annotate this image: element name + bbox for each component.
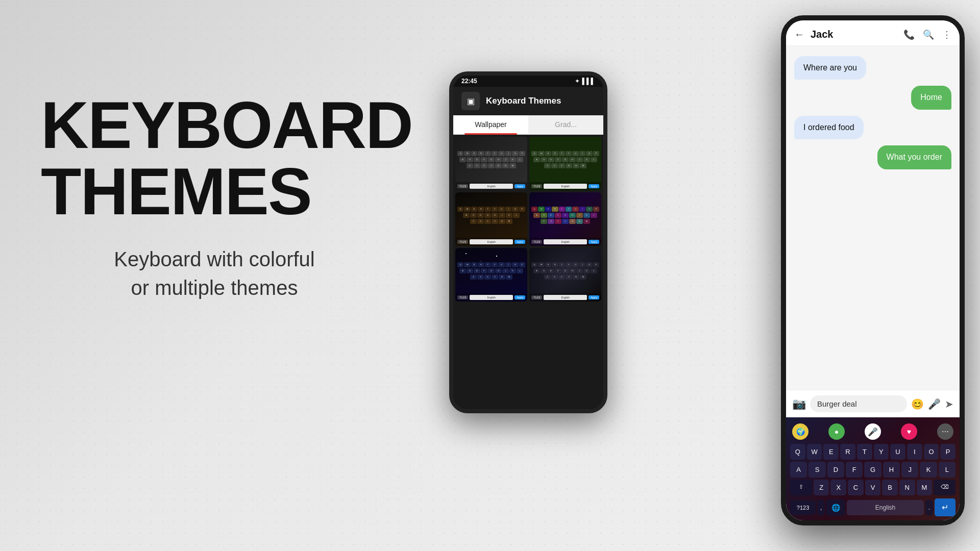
- theme-colorful[interactable]: Q W E R T Y U I O P A: [529, 192, 601, 246]
- key-J[interactable]: J: [901, 462, 918, 478]
- key-X[interactable]: X: [830, 480, 846, 495]
- key-Q[interactable]: Q: [790, 444, 805, 460]
- key-O[interactable]: O: [924, 444, 939, 460]
- keyboard-emoji-btn[interactable]: 🌍: [792, 423, 808, 440]
- chat-header-icons: 📞 🔍 ⋮: [903, 29, 951, 40]
- theme-space[interactable]: Q W E R T Y U I O P A: [455, 248, 527, 302]
- chat-messages: Where are you Home I ordered food What y…: [786, 46, 960, 390]
- title-line2: THEMES: [41, 158, 388, 224]
- back-button[interactable]: ←: [794, 29, 804, 40]
- message-received-1: Where are you: [794, 56, 866, 80]
- message-input-text: Burger deal: [817, 399, 857, 408]
- chat-input-area: 📷 Burger deal 😊 🎤 ➤: [786, 390, 960, 417]
- app-icon: ▣: [461, 92, 480, 110]
- phone-icon[interactable]: 📞: [903, 29, 915, 40]
- chat-header: ← Jack 📞 🔍 ⋮: [786, 20, 960, 46]
- keyboard-row-2: A S D F G H J K L: [790, 462, 955, 478]
- key-E[interactable]: E: [823, 444, 839, 460]
- kb-bottom-space: ?123 English Apply: [455, 293, 527, 302]
- mic-button[interactable]: 🎤: [928, 398, 941, 410]
- keyboard-green-btn[interactable]: ●: [828, 423, 845, 440]
- key-R[interactable]: R: [840, 444, 855, 460]
- key-D[interactable]: D: [827, 462, 844, 478]
- key-I[interactable]: I: [907, 444, 922, 460]
- theme-bar[interactable]: Q W E R T Y U I O P A: [455, 192, 527, 246]
- key-N[interactable]: N: [899, 480, 915, 495]
- phone-keyboard-themes: 22:45 ✦ ▌▌▌ ▣ Keyboard Themes Wallpaper: [449, 71, 607, 413]
- kb-bottom-bar: ?123 English Apply: [455, 238, 527, 246]
- key-L[interactable]: L: [939, 462, 955, 478]
- phone-chat: ← Jack 📞 🔍 ⋮ Where are you Home I ordere…: [781, 15, 965, 525]
- left-section: KEYBOARD THEMES Keyboard with colorfulor…: [41, 92, 388, 302]
- send-button[interactable]: ➤: [945, 398, 953, 410]
- kb-bottom-colorful: ?123 English Apply: [529, 238, 601, 246]
- key-B[interactable]: B: [882, 480, 898, 495]
- theme-nature[interactable]: Q W E R T Y U I O P A: [529, 137, 601, 190]
- bluetooth-icon: ✦: [575, 78, 580, 85]
- kb-bottom-nature: ?123 English Apply: [529, 182, 601, 190]
- key-H[interactable]: H: [883, 462, 900, 478]
- key-numbers[interactable]: ?123: [790, 500, 816, 515]
- key-F[interactable]: F: [846, 462, 863, 478]
- keyboard-more-btn[interactable]: ⋯: [937, 423, 953, 440]
- key-Z[interactable]: Z: [814, 480, 829, 495]
- key-G[interactable]: G: [864, 462, 881, 478]
- main-title: KEYBOARD THEMES: [41, 92, 388, 224]
- key-Y[interactable]: Y: [874, 444, 889, 460]
- tabs-row: Wallpaper Grad...: [453, 115, 603, 135]
- keyboard-row-1: Q W E R T Y U I O P: [790, 444, 955, 460]
- status-bar: 22:45 ✦ ▌▌▌: [453, 76, 603, 87]
- keyboard-grid: Q W E R T Y U I O P A: [453, 135, 603, 304]
- emoji-button[interactable]: 😊: [911, 398, 924, 410]
- app-header: ▣ Keyboard Themes: [453, 87, 603, 115]
- kb-bottom-dark: ?123 English Apply: [455, 182, 527, 190]
- theme-dark[interactable]: Q W E R T Y U I O P A: [455, 137, 527, 190]
- status-icons: ✦ ▌▌▌: [575, 78, 595, 85]
- message-sent-1: Home: [911, 86, 951, 109]
- keyboard-toolbar: 🌍 ● 🎤 ♥ ⋯: [788, 421, 958, 442]
- keyboard-row-4: ?123 , 🌐 English . ↵: [790, 498, 955, 516]
- tab-gradient[interactable]: Grad...: [528, 115, 603, 134]
- key-enter[interactable]: ↵: [935, 498, 955, 516]
- search-chat-icon[interactable]: 🔍: [923, 29, 934, 40]
- key-comma[interactable]: ,: [817, 500, 825, 515]
- key-V[interactable]: V: [865, 480, 881, 495]
- key-globe[interactable]: 🌐: [826, 499, 845, 516]
- key-shift[interactable]: ⇧: [790, 480, 812, 495]
- key-T[interactable]: T: [857, 444, 872, 460]
- key-A[interactable]: A: [790, 462, 807, 478]
- keyboard-pink-btn[interactable]: ♥: [901, 423, 917, 440]
- contact-name: Jack: [811, 29, 897, 40]
- subtitle: Keyboard with colorfulor multiple themes: [41, 245, 388, 302]
- app-header-title: Keyboard Themes: [486, 96, 561, 106]
- keyboard-mic-btn[interactable]: 🎤: [865, 423, 881, 440]
- key-language[interactable]: English: [847, 500, 923, 515]
- status-time: 22:45: [461, 78, 477, 85]
- title-line1: KEYBOARD: [41, 92, 388, 158]
- message-received-2: I ordered food: [794, 116, 864, 139]
- key-U[interactable]: U: [890, 444, 905, 460]
- key-P[interactable]: P: [940, 444, 955, 460]
- virtual-keyboard: 🌍 ● 🎤 ♥ ⋯ Q W E R T Y U: [786, 417, 960, 520]
- more-options-icon[interactable]: ⋮: [942, 29, 951, 40]
- tab-wallpaper[interactable]: Wallpaper: [453, 115, 528, 134]
- key-K[interactable]: K: [920, 462, 937, 478]
- keyboard-keys: Q W E R T Y U I O P A S: [788, 444, 958, 516]
- key-C[interactable]: C: [848, 480, 864, 495]
- signal-icon: ▌▌▌: [582, 78, 595, 85]
- keyboard-row-3: ⇧ Z X C V B N M ⌫: [790, 480, 955, 495]
- key-backspace[interactable]: ⌫: [934, 480, 955, 495]
- key-S[interactable]: S: [808, 462, 825, 478]
- kb-bottom-dark2: ?123 English Apply: [529, 293, 601, 302]
- message-input[interactable]: Burger deal: [810, 395, 907, 412]
- message-sent-2: What you order: [877, 145, 951, 169]
- theme-dark2[interactable]: Q W E R T Y U I O P A: [529, 248, 601, 302]
- phones-container: 22:45 ✦ ▌▌▌ ▣ Keyboard Themes Wallpaper: [419, 0, 980, 551]
- key-M[interactable]: M: [917, 480, 933, 495]
- key-period[interactable]: .: [925, 500, 933, 515]
- camera-button[interactable]: 📷: [792, 397, 806, 411]
- key-W[interactable]: W: [807, 444, 822, 460]
